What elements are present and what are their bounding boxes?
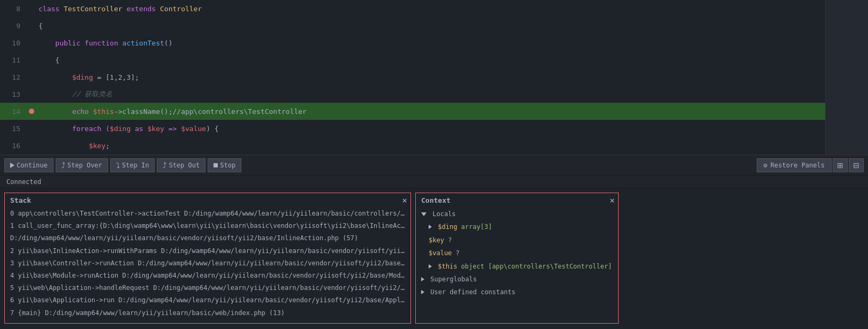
ding-arrow-icon: [429, 225, 432, 229]
status-bar: Connected: [0, 175, 868, 188]
code-content: $key;: [39, 142, 110, 150]
line-number: 16: [4, 142, 20, 150]
step-over-icon: ⤴: [62, 161, 65, 170]
stack-item[interactable]: 4 yii\base\Module->runAction D:/ding/wam…: [5, 270, 410, 282]
code-content: public function actionTest(): [39, 39, 173, 47]
superglobals-arrow-icon: [421, 277, 424, 281]
stack-item[interactable]: 7 {main} D:/ding/wamp64/www/learn/yii/yi…: [5, 307, 410, 319]
gear-icon: [764, 162, 767, 169]
locals-arrow-icon: [421, 212, 427, 216]
superglobals-section[interactable]: Superglobals: [416, 273, 618, 286]
step-out-button[interactable]: ⤴ Step Out: [157, 158, 205, 172]
value-key: $value: [429, 249, 452, 257]
superglobals-label: Superglobals: [430, 276, 477, 283]
stop-button[interactable]: Stop: [208, 158, 241, 172]
line-number: 14: [4, 108, 20, 116]
step-in-icon: ⤵: [116, 161, 120, 170]
code-line-14: 14 echo $this->className();//app\control…: [0, 103, 868, 120]
code-content: $ding = [1,2,3];: [39, 73, 139, 81]
value-val: ?: [456, 249, 460, 257]
continue-button[interactable]: Continue: [4, 158, 54, 172]
toolbar-left: Continue ⤴ Step Over ⤵ Step In ⤴ Step Ou…: [4, 158, 241, 172]
ding-key: $ding: [438, 223, 457, 231]
code-content: // 获取类名: [39, 89, 112, 99]
line-number: 9: [4, 22, 20, 30]
user-defined-label: User defined constants: [430, 288, 515, 296]
step-out-icon: ⤴: [163, 161, 166, 170]
stack-item[interactable]: 3 yii\base\Controller->runAction D:/ding…: [5, 257, 410, 270]
code-content: {: [39, 56, 59, 64]
stack-panel: Stack × 0 app\controllers\TestController…: [4, 193, 411, 324]
code-content: foreach ($ding as $key => $value) {: [39, 125, 219, 133]
stack-panel-title: Stack: [5, 193, 410, 208]
stack-item[interactable]: 0 app\controllers\TestController->action…: [5, 208, 410, 220]
toolbar-right: Restore Panels ⊞ ⊟: [757, 158, 864, 172]
connection-status: Connected: [6, 178, 41, 186]
this-item: $this object [app\controllers\TestContro…: [416, 260, 618, 273]
step-over-button[interactable]: ⤴ Step Over: [56, 158, 108, 172]
stack-item[interactable]: 6 yii\base\Application->run D:/ding/wamp…: [5, 294, 410, 307]
this-arrow-icon: [429, 264, 432, 269]
value-item: $value ?: [416, 247, 618, 259]
code-content: class TestController extends Controller: [39, 5, 202, 13]
toolbar: Continue ⤴ Step Over ⤵ Step In ⤴ Step Ou…: [0, 155, 868, 175]
breakpoint-dot: [29, 109, 34, 114]
code-content: echo $this->className();//app\controller…: [39, 108, 307, 116]
line-number: 11: [4, 56, 20, 64]
locals-label: Locals: [432, 210, 455, 218]
key-val: ?: [448, 236, 452, 244]
line-number: 13: [4, 90, 20, 98]
play-icon: [10, 163, 14, 168]
stack-item[interactable]: 1 call_user_func_array:{D:\ding\wamp64\w…: [5, 220, 410, 232]
ding-item: $ding array[3]: [416, 220, 618, 233]
line-number: 12: [4, 73, 20, 81]
code-line-16: 16 $key;: [0, 137, 868, 154]
restore-panels-button[interactable]: Restore Panels: [757, 158, 832, 172]
line-number: 15: [4, 125, 20, 133]
user-defined-arrow-icon: [421, 290, 424, 294]
code-content: {: [39, 22, 43, 30]
stack-panel-close[interactable]: ×: [402, 195, 407, 205]
code-editor: 8class TestController extends Controller…: [0, 0, 868, 155]
line-number: 10: [4, 39, 20, 47]
debug-panels: Stack × 0 app\controllers\TestController…: [0, 188, 868, 328]
code-line-15: 15 foreach ($ding as $key => $value) {: [0, 120, 868, 137]
code-line-10: 10 public function actionTest(): [0, 34, 868, 51]
code-line-17: 17 }: [0, 154, 868, 155]
code-line-13: 13 // 获取类名: [0, 86, 868, 103]
code-line-8: 8class TestController extends Controller: [0, 0, 868, 17]
line-number: 8: [4, 5, 20, 13]
context-panel-close[interactable]: ×: [610, 195, 615, 205]
this-key: $this: [438, 263, 457, 270]
stack-items: 0 app\controllers\TestController->action…: [5, 208, 410, 319]
stack-item[interactable]: 5 yii\web\Application->handleRequest D:/…: [5, 282, 410, 294]
user-defined-section[interactable]: User defined constants: [416, 286, 618, 299]
locals-section[interactable]: Locals: [416, 208, 618, 220]
ding-val: array[3]: [461, 223, 492, 231]
context-panel: Context × Locals $ding array[3] $key ? $…: [415, 193, 619, 324]
key-key: $key: [429, 236, 444, 244]
code-line-12: 12 $ding = [1,2,3];: [0, 68, 868, 86]
code-line-11: 11 {: [0, 51, 868, 68]
code-line-9: 9{: [0, 17, 868, 34]
step-in-button[interactable]: ⤵ Step In: [110, 158, 155, 172]
layout-icon-button2[interactable]: ⊟: [849, 158, 864, 172]
context-panel-title: Context: [416, 193, 618, 208]
stack-item[interactable]: 2 yii\base\InlineAction->runWithParams D…: [5, 245, 410, 257]
stack-item[interactable]: D:/ding/wamp64/www/learn/yii/yiilearn/ba…: [5, 232, 410, 244]
layout-icon-button1[interactable]: ⊞: [833, 158, 848, 172]
stop-icon: [214, 163, 218, 167]
this-val: object [app\controllers\TestController]: [461, 263, 612, 270]
key-item: $key ?: [416, 234, 618, 247]
minimap: [825, 0, 868, 155]
